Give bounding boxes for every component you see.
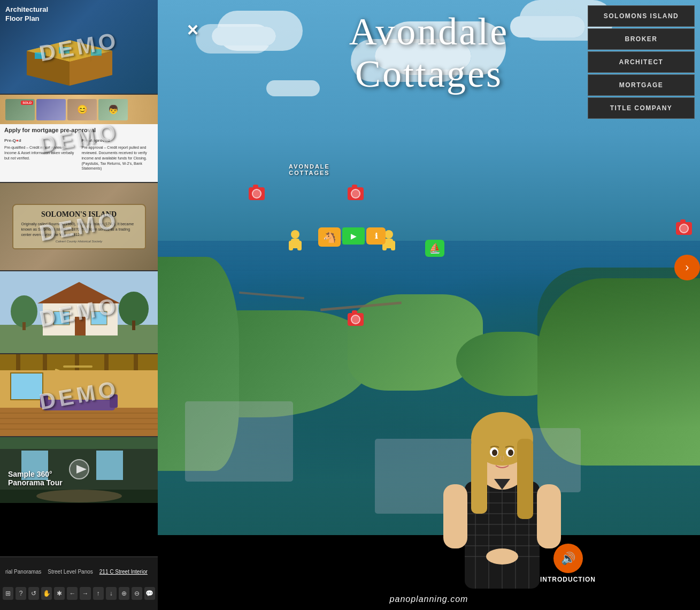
house-scene <box>0 271 158 353</box>
camera-top-right[interactable] <box>676 222 692 235</box>
nav-btn-title-company[interactable]: TITLE COMPANY <box>588 97 695 119</box>
svg-rect-27 <box>75 317 86 336</box>
pano-panel: Sample 360° Panorama Tour <box>0 437 158 503</box>
svg-point-0 <box>291 230 299 239</box>
interior-scene <box>0 354 158 436</box>
nav-btn-mortgage[interactable]: MORTGAGE <box>588 74 695 96</box>
svg-rect-38 <box>134 354 138 370</box>
panel-panorama-360[interactable]: Sample 360° Panorama Tour <box>0 436 158 503</box>
svg-rect-55 <box>0 437 158 449</box>
panel-house-exterior[interactable]: DEMO <box>0 270 158 353</box>
svg-rect-39 <box>0 408 158 436</box>
arrow-left-icon[interactable]: ← <box>67 587 78 600</box>
svg-rect-37 <box>104 354 109 370</box>
sailboat-icon[interactable]: ⛵ <box>425 240 444 257</box>
mortgage-table: Pre-Q●d Pre-qualified – Credit report re… <box>0 136 158 173</box>
house-svg <box>0 271 158 353</box>
svg-rect-31 <box>132 321 135 330</box>
arrow-down-icon[interactable]: ↓ <box>106 587 117 600</box>
floor-plan-title: Architectural Floor Plan <box>5 5 48 24</box>
svg-rect-34 <box>16 354 20 370</box>
svg-rect-2 <box>289 241 293 250</box>
svg-rect-35 <box>43 354 47 370</box>
sign-title: SOLOMON'S ISLAND <box>21 210 137 219</box>
arrow-up-icon[interactable]: ↑ <box>93 587 104 600</box>
tab-row: rial Panoramas Street Level Panos 211 C … <box>0 567 158 576</box>
svg-rect-86 <box>537 484 561 548</box>
zoom-out-icon[interactable]: ⊖ <box>132 587 142 600</box>
sign-credit: Calvert County Historical Society <box>21 240 137 243</box>
refresh-icon[interactable]: ↺ <box>28 587 39 600</box>
svg-rect-79 <box>517 439 533 519</box>
mortgage-title: Apply for mortgage pre-approval <box>0 124 158 136</box>
nav-btn-solomons-island[interactable]: SOLOMONS ISLAND <box>588 5 695 27</box>
svg-rect-36 <box>75 354 79 370</box>
person-icon-1[interactable] <box>289 230 302 254</box>
icon-row: ⊞ ? ↺ ✋ ✱ ← → ↑ ↓ ⊕ ⊖ 💬 <box>0 587 158 600</box>
nav-btn-architect[interactable]: ARCHITECT <box>588 51 695 73</box>
nav-btn-broker[interactable]: BROKER <box>588 28 695 50</box>
floor-plan-building <box>5 16 134 86</box>
nav-arrow-right[interactable]: › <box>674 255 700 280</box>
camera-marker-1[interactable] <box>249 187 265 200</box>
cloud-4 <box>266 80 320 96</box>
tab-211-interior[interactable]: 211 C Street Interior <box>97 567 150 576</box>
svg-rect-47 <box>63 365 93 368</box>
right-nav: SOLOMONS ISLAND BROKER ARCHITECT MORTGAG… <box>582 0 700 124</box>
svg-rect-3 <box>297 241 302 250</box>
svg-rect-50 <box>43 400 115 410</box>
introduction-button[interactable]: 🔊 INTRODUCTION <box>540 544 596 583</box>
panel-mortgage[interactable]: SOLD 😊 👦 Apply for mortgage pre-approval… <box>0 94 158 182</box>
svg-point-4 <box>384 230 393 239</box>
intro-speaker-icon: 🔊 <box>553 544 583 573</box>
tab-aerial-panoramas[interactable]: rial Panoramas <box>3 567 44 576</box>
svg-rect-51 <box>40 394 48 408</box>
svg-point-87 <box>486 548 518 565</box>
panel-interior[interactable]: DEMO <box>0 353 158 436</box>
marina-left <box>185 401 294 482</box>
close-button[interactable]: × <box>187 19 198 41</box>
panel-floor-plan[interactable]: Architectural Floor Plan DEMO <box>0 0 158 94</box>
chevron-right-icon: › <box>685 261 689 274</box>
svg-rect-49 <box>11 373 43 400</box>
mortgage-col-1: Pre-Q●d Pre-qualified – Credit report re… <box>4 138 76 171</box>
camera-marker-3[interactable] <box>348 313 364 326</box>
screen-icon[interactable]: ⊞ <box>3 587 13 600</box>
left-panel: Architectural Floor Plan DEMO <box>0 0 158 503</box>
info-marker[interactable]: ℹ <box>366 227 386 245</box>
panel-solomons[interactable]: SOLOMON'S ISLAND Originally called Bourn… <box>0 182 158 270</box>
hand-icon[interactable]: ✋ <box>41 587 52 600</box>
svg-rect-85 <box>443 484 467 548</box>
cloud-3 <box>510 16 585 37</box>
svg-rect-19 <box>59 47 70 54</box>
svg-rect-58 <box>96 451 123 480</box>
zoom-in-icon[interactable]: ⊕ <box>119 587 129 600</box>
sold-badge: SOLD <box>21 101 33 105</box>
tab-street-level[interactable]: Street Level Panos <box>45 567 96 576</box>
horse-icon[interactable]: 🐴 <box>318 227 341 247</box>
interior-svg <box>0 354 158 436</box>
svg-rect-20 <box>91 49 102 56</box>
svg-rect-29 <box>22 322 26 330</box>
camera-marker-2[interactable] <box>348 187 364 200</box>
svg-point-82 <box>492 449 497 456</box>
svg-point-83 <box>508 449 513 456</box>
svg-point-59 <box>36 490 122 502</box>
chat-icon[interactable]: 💬 <box>144 587 155 600</box>
pano-title: Sample 360° Panorama Tour <box>8 470 63 487</box>
video-icon[interactable]: ▶ <box>342 227 365 245</box>
cloud-2 <box>375 43 471 70</box>
bottom-toolbar: rial Panoramas Street Level Panos 211 C … <box>0 556 158 610</box>
mortgage-col-2: Pre-Approved Pre-approval – Credit repor… <box>82 138 154 171</box>
svg-rect-18 <box>35 52 45 59</box>
help-icon[interactable]: ? <box>16 587 26 600</box>
footer-url: panoplanning.com <box>390 594 468 604</box>
svg-rect-25 <box>53 311 70 325</box>
arrow-right-icon[interactable]: → <box>80 587 90 600</box>
asterisk-icon[interactable]: ✱ <box>54 587 65 600</box>
svg-rect-26 <box>91 311 107 325</box>
page-footer: panoplanning.com <box>158 589 700 610</box>
mortgage-header: SOLD 😊 👦 <box>0 95 158 124</box>
intro-label: INTRODUCTION <box>540 576 596 583</box>
sign-container: SOLOMON'S ISLAND Originally called Bourn… <box>0 183 158 270</box>
